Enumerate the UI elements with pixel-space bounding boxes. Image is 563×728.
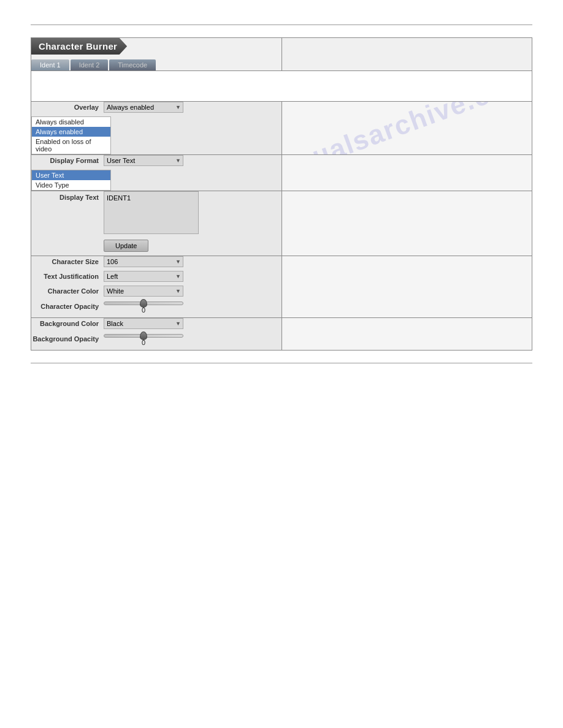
overlay-label: Overlay [31, 104, 99, 111]
top-rule [31, 25, 532, 25]
char-opacity-label: Character Opacity [31, 303, 99, 310]
text-justification-select-wrapper: Left [104, 271, 183, 282]
background-settings-left: Background Color Black Background Opacit… [31, 318, 282, 351]
display-format-right [282, 155, 532, 191]
tab-ident1[interactable]: Ident 1 [31, 59, 69, 70]
text-justification-label: Text Justification [31, 273, 99, 280]
header-right-cell [282, 38, 532, 71]
tab-ident2[interactable]: Ident 2 [71, 59, 109, 70]
char-size-label: Character Size [31, 258, 99, 265]
display-text-row: Display Text IDENT1 Update [31, 191, 532, 256]
display-format-left: Display Format User Text Video Type User… [31, 155, 282, 191]
char-opacity-slider-container: 0 [104, 301, 183, 314]
header-row: Character Burner Ident 1 Ident 2 Timecod… [31, 38, 532, 71]
app-title: Character Burner [31, 38, 127, 55]
display-text-left: Display Text IDENT1 Update [31, 191, 282, 256]
bg-color-label: Background Color [31, 320, 99, 327]
overlay-select-wrapper: Always enabled Always disabled Enabled o… [104, 102, 183, 113]
bg-opacity-slider-track[interactable] [104, 334, 183, 338]
desc-row [31, 71, 532, 102]
overlay-right: manualsarchive.com [282, 102, 532, 155]
overlay-dropdown-item-enabled[interactable]: Always enabled [32, 127, 110, 137]
char-size-select[interactable]: 106 [104, 256, 183, 267]
character-settings-right [282, 256, 532, 318]
bg-opacity-slider-container: 0 [104, 334, 183, 346]
bottom-rule [31, 363, 532, 363]
tab-timecode[interactable]: Timecode [109, 59, 156, 70]
bg-opacity-label: Background Opacity [31, 335, 99, 343]
character-settings-row: Character Size 106 Text Justification Le… [31, 256, 532, 318]
char-opacity-row: Character Opacity 0 [31, 300, 282, 314]
desc-cell [31, 71, 532, 102]
tabs-container: Ident 1 Ident 2 Timecode [31, 59, 282, 70]
display-text-field-row: Display Text IDENT1 Update [31, 191, 282, 252]
bg-opacity-row: Background Opacity 0 [31, 333, 282, 346]
display-format-item-videotype[interactable]: Video Type [32, 180, 110, 190]
display-format-item-usertext[interactable]: User Text [32, 170, 110, 180]
display-text-input-area: IDENT1 Update [104, 191, 199, 252]
char-color-select-wrapper: White [104, 286, 183, 297]
char-color-select[interactable]: White [104, 286, 183, 297]
overlay-dropdown-item-disabled[interactable]: Always disabled [32, 117, 110, 127]
bg-opacity-slider-thumb[interactable] [140, 332, 147, 340]
char-opacity-slider-thumb[interactable] [140, 299, 147, 308]
overlay-select[interactable]: Always enabled Always disabled Enabled o… [104, 102, 183, 113]
display-text-label: Display Text [31, 194, 99, 201]
display-format-select-wrapper: User Text Video Type [104, 155, 183, 166]
background-settings-row: Background Color Black Background Opacit… [31, 318, 532, 351]
overlay-dropdown: Always disabled Always enabled Enabled o… [31, 116, 111, 154]
display-text-right [282, 191, 532, 256]
display-text-textarea[interactable]: IDENT1 [104, 191, 199, 234]
background-settings-right [282, 318, 532, 351]
bg-color-select-wrapper: Black [104, 318, 183, 329]
display-format-dropdown: User Text Video Type [31, 170, 111, 191]
header-left-cell: Character Burner Ident 1 Ident 2 Timecod… [31, 38, 282, 71]
display-format-label: Display Format [31, 157, 99, 164]
char-color-row: Character Color White [31, 286, 282, 297]
overlay-row: Overlay Always enabled Always disabled E… [31, 102, 532, 155]
bg-color-select[interactable]: Black [104, 318, 183, 329]
display-format-field-row: Display Format User Text Video Type [31, 155, 282, 166]
char-size-select-wrapper: 106 [104, 256, 183, 267]
char-opacity-slider-track[interactable] [104, 301, 183, 305]
char-color-label: Character Color [31, 287, 99, 295]
overlay-left: Overlay Always enabled Always disabled E… [31, 102, 282, 155]
overlay-dropdown-item-loss[interactable]: Enabled on loss of video [32, 137, 110, 154]
text-justification-select[interactable]: Left [104, 271, 183, 282]
text-justification-row: Text Justification Left [31, 271, 282, 282]
display-format-row: Display Format User Text Video Type User… [31, 155, 532, 191]
char-size-row: Character Size 106 [31, 256, 282, 267]
display-format-select[interactable]: User Text Video Type [104, 155, 183, 166]
character-settings-left: Character Size 106 Text Justification Le… [31, 256, 282, 318]
main-table: Character Burner Ident 1 Ident 2 Timecod… [31, 37, 532, 351]
bg-color-row: Background Color Black [31, 318, 282, 329]
update-button[interactable]: Update [104, 240, 148, 252]
overlay-field-row: Overlay Always enabled Always disabled E… [31, 102, 282, 113]
watermark-text: manualsarchive.com [282, 102, 532, 155]
